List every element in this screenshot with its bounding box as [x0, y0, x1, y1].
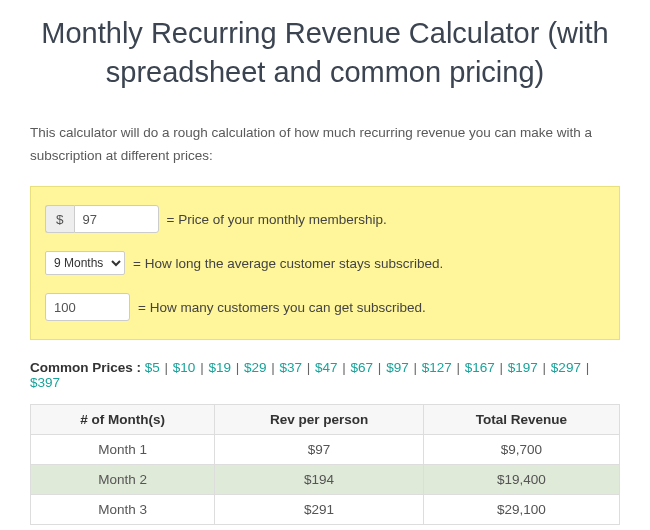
- table-cell: $29,100: [423, 495, 619, 525]
- table-row: Month 3$291$29,100: [31, 495, 620, 525]
- intro-text: This calculator will do a rough calculat…: [30, 122, 620, 168]
- calculator-panel: $ = Price of your monthly membership. 9 …: [30, 186, 620, 340]
- table-cell: $291: [215, 495, 424, 525]
- price-separator: |: [267, 360, 278, 375]
- common-price-link[interactable]: $29: [244, 360, 267, 375]
- customers-label: = How many customers you can get subscri…: [138, 300, 426, 315]
- price-input[interactable]: [74, 205, 159, 233]
- common-prices: Common Prices : $5 | $10 | $19 | $29 | $…: [30, 360, 620, 390]
- price-separator: |: [582, 360, 589, 375]
- price-row: $ = Price of your monthly membership.: [45, 205, 605, 233]
- price-label: = Price of your monthly membership.: [167, 212, 387, 227]
- col-total-rev: Total Revenue: [423, 405, 619, 435]
- table-row: Month 2$194$19,400: [31, 465, 620, 495]
- price-separator: |: [161, 360, 172, 375]
- table-cell: Month 3: [31, 495, 215, 525]
- duration-row: 9 Months = How long the average customer…: [45, 251, 605, 275]
- duration-label: = How long the average customer stays su…: [133, 256, 443, 271]
- table-cell: $97: [215, 435, 424, 465]
- common-price-link[interactable]: $67: [351, 360, 374, 375]
- common-price-link[interactable]: $197: [508, 360, 538, 375]
- table-cell: Month 2: [31, 465, 215, 495]
- currency-addon: $: [45, 205, 74, 233]
- table-cell: $19,400: [423, 465, 619, 495]
- common-price-link[interactable]: $167: [465, 360, 495, 375]
- price-separator: |: [339, 360, 350, 375]
- price-separator: |: [410, 360, 421, 375]
- common-price-link[interactable]: $19: [208, 360, 231, 375]
- common-price-link[interactable]: $47: [315, 360, 338, 375]
- table-cell: $194: [215, 465, 424, 495]
- price-separator: |: [539, 360, 550, 375]
- common-price-link[interactable]: $97: [386, 360, 409, 375]
- duration-select[interactable]: 9 Months: [45, 251, 125, 275]
- table-cell: Month 1: [31, 435, 215, 465]
- table-cell: $9,700: [423, 435, 619, 465]
- common-price-link[interactable]: $37: [279, 360, 302, 375]
- common-price-link[interactable]: $5: [145, 360, 160, 375]
- common-prices-label: Common Prices :: [30, 360, 141, 375]
- customers-input[interactable]: [45, 293, 130, 321]
- table-row: Month 1$97$9,700: [31, 435, 620, 465]
- price-separator: |: [496, 360, 507, 375]
- page-title: Monthly Recurring Revenue Calculator (wi…: [30, 14, 620, 92]
- price-separator: |: [374, 360, 385, 375]
- common-price-link[interactable]: $397: [30, 375, 60, 390]
- common-price-link[interactable]: $10: [173, 360, 196, 375]
- revenue-table: # of Month(s) Rev per person Total Reven…: [30, 404, 620, 525]
- price-separator: |: [232, 360, 243, 375]
- customers-row: = How many customers you can get subscri…: [45, 293, 605, 321]
- common-price-link[interactable]: $297: [551, 360, 581, 375]
- price-separator: |: [453, 360, 464, 375]
- price-separator: |: [303, 360, 314, 375]
- col-months: # of Month(s): [31, 405, 215, 435]
- price-separator: |: [196, 360, 207, 375]
- col-rev-person: Rev per person: [215, 405, 424, 435]
- common-price-link[interactable]: $127: [422, 360, 452, 375]
